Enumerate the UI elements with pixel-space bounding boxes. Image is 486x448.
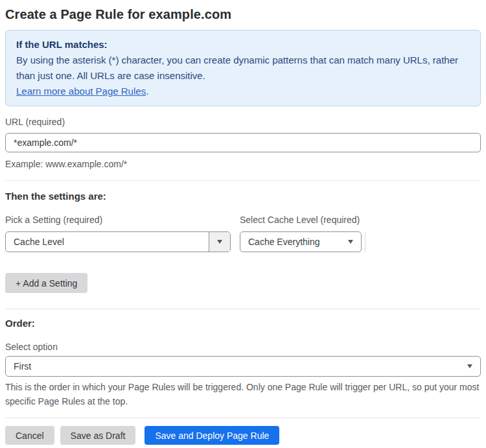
order-section-heading: Order: [5,318,481,329]
info-box-heading: If the URL matches: [16,37,470,53]
section-divider [5,309,481,309]
cache-level-label: Select Cache Level (required) [240,215,365,226]
setting-picker-field: Pick a Setting (required) Cache Level [5,215,231,252]
order-help-text: This is the order in which your Page Rul… [5,380,480,408]
cache-level-select[interactable]: Cache Everything [240,231,362,252]
save-and-deploy-button[interactable]: Save and Deploy Page Rule [145,426,279,445]
order-select[interactable]: First [5,356,481,377]
save-as-draft-button[interactable]: Save as Draft [60,426,136,445]
setting-picker-arrow-box[interactable] [209,232,230,252]
settings-section-heading: Then the settings are: [5,191,481,202]
info-box-link-line: Learn more about Page Rules. [16,84,470,99]
section-divider [5,180,481,181]
url-field-label: URL (required) [5,117,481,128]
caret-down-icon [467,364,472,368]
form-actions: Cancel Save as Draft Save and Deploy Pag… [5,426,481,445]
learn-more-link[interactable]: Learn more about Page Rules [16,86,146,97]
url-matches-info-box: If the URL matches: By using the asteris… [5,30,481,106]
add-setting-button[interactable]: + Add a Setting [5,273,87,293]
url-field-help: Example: www.example.com/* [5,157,481,171]
setting-picker-value: Cache Level [6,237,209,247]
settings-cell-divider [365,231,365,252]
link-suffix: . [146,86,148,97]
settings-row: Pick a Setting (required) Cache Level Se… [5,215,481,252]
caret-down-icon [348,240,353,244]
setting-picker-select[interactable]: Cache Level [5,231,231,252]
page-title: Create a Page Rule for example.com [5,6,481,22]
order-select-value: First [6,361,467,371]
url-input[interactable] [5,133,481,152]
cancel-button[interactable]: Cancel [5,426,54,445]
cache-level-select-wrap: Cache Everything [240,226,365,252]
setting-picker-label: Pick a Setting (required) [5,215,231,226]
cache-level-field: Select Cache Level (required) Cache Ever… [240,215,365,252]
section-divider [5,418,481,418]
cache-level-value: Cache Everything [240,237,348,247]
info-box-body: By using the asterisk (*) character, you… [16,53,470,84]
order-select-label: Select option [5,342,481,353]
caret-down-icon [217,240,222,244]
